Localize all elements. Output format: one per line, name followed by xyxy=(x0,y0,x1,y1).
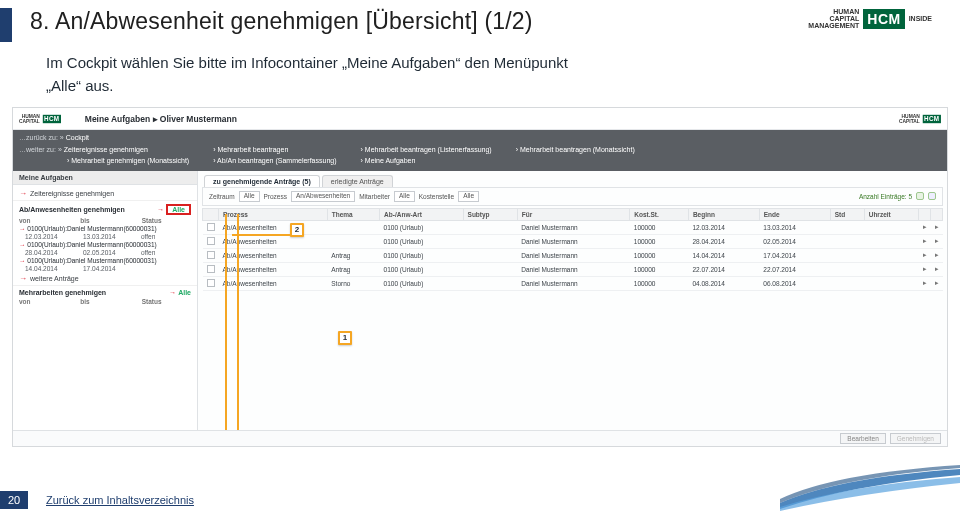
request-table: ProzessThemaAb-/Anw-ArtSubtypFürKost.St.… xyxy=(202,208,943,291)
hcm-logo: HUMAN CAPITAL MANAGEMENT HCM INSIDE xyxy=(808,8,932,29)
arrow-icon: → xyxy=(19,274,27,283)
btn-bearbeiten[interactable]: Bearbeiten xyxy=(840,433,885,444)
annotation-line-2c xyxy=(232,234,290,236)
sidebar-mehr-alle[interactable]: Alle xyxy=(178,289,191,296)
row-action-icon[interactable]: ▸ xyxy=(919,248,931,262)
sidebar-link-weitere-label: weitere Anträge xyxy=(30,275,79,282)
row-action-icon[interactable]: ▸ xyxy=(919,234,931,248)
sidebar-item-dates: 14.04.201417.04.2014 xyxy=(13,265,197,272)
nav-zeitereignisse[interactable]: Zeitereignisse genehmigen xyxy=(64,146,148,153)
nav-mehr-monats2[interactable]: Mehrarbeit beantragen (Monatssicht) xyxy=(520,146,635,153)
row-action-icon[interactable]: ▸ xyxy=(919,276,931,290)
table-row[interactable]: Ab/AnwesenheitenAntrag0100 (Urlaub)Danie… xyxy=(203,248,943,262)
table-row[interactable]: Ab/Anwesenheiten0100 (Urlaub)Daniel Must… xyxy=(203,220,943,234)
annotation-line-2b xyxy=(237,214,239,448)
nav-mehr-liste[interactable]: Mehrarbeit beantragen (Listenerfassung) xyxy=(365,146,492,153)
nav-aban-sammel[interactable]: Ab/An beantragen (Sammelerfassung) xyxy=(217,157,336,164)
row-checkbox[interactable] xyxy=(207,237,215,245)
app-logo-r1: HUMAN xyxy=(899,114,920,119)
back-to-toc-link[interactable]: Zurück zum Inhaltsverzeichnis xyxy=(46,494,194,506)
sidebar-section-aban-label: Ab/Anwesenheiten genehmigen xyxy=(19,206,125,213)
app-footer: Bearbeiten Genehmigen xyxy=(13,430,947,446)
table-row[interactable]: Ab/AnwesenheitenStorno0100 (Urlaub)Danie… xyxy=(203,276,943,290)
app-logo-rbox: HCM xyxy=(923,114,941,122)
logo-line1: HUMAN xyxy=(808,8,859,15)
app-screenshot: HUMAN CAPITAL HCM Meine Aufgaben ▸ Olive… xyxy=(12,107,948,447)
content-area: zu genehmigende Anträge (5) erledigte An… xyxy=(198,171,947,443)
col-von2: von xyxy=(19,298,68,305)
app-logo-lbox: HCM xyxy=(43,114,61,122)
filter-mitarbeiter[interactable]: Alle xyxy=(394,191,415,202)
filter-kst-label: Kostenstelle xyxy=(419,193,454,200)
nav-back-label: …zurück zu: » xyxy=(19,134,64,141)
table-header[interactable]: Subtyp xyxy=(463,208,517,220)
filter-kst[interactable]: Alle xyxy=(458,191,479,202)
app-top-bar: HUMAN CAPITAL HCM Meine Aufgaben ▸ Olive… xyxy=(13,108,947,130)
arrow-icon: → xyxy=(169,289,176,296)
page-number: 20 xyxy=(0,491,28,509)
filter-row: Zeitraum Alle Prozess An/Abwesenheiten M… xyxy=(202,187,943,206)
sidebar-item-dates: 28.04.201402.05.2014offen xyxy=(13,249,197,256)
sidebar-link-weitere[interactable]: →weitere Anträge xyxy=(13,272,197,285)
tab-pending[interactable]: zu genehmigende Anträge (5) xyxy=(204,175,320,187)
table-header[interactable]: Uhrzeit xyxy=(864,208,918,220)
nav-mehr-monats[interactable]: Mehrarbeit genehmigen (Monatssicht) xyxy=(71,157,189,164)
body-line1: Im Cockpit wählen Sie bitte im Infoconta… xyxy=(46,52,914,75)
nav-cockpit[interactable]: Cockpit xyxy=(66,134,89,141)
sidebar-alle-button[interactable]: Alle xyxy=(166,204,191,215)
row-checkbox[interactable] xyxy=(207,223,215,231)
table-header[interactable]: Prozess xyxy=(219,208,328,220)
filter-prozess[interactable]: An/Abwesenheiten xyxy=(291,191,355,202)
sidebar-item[interactable]: → 0100(Urlaub):Daniel Mustermann(6000003… xyxy=(13,240,197,249)
table-row[interactable]: Ab/AnwesenheitenAntrag0100 (Urlaub)Danie… xyxy=(203,262,943,276)
nav-meine-aufgaben[interactable]: Meine Aufgaben xyxy=(365,157,416,164)
sidebar-link-zeitereignisse-label: Zeitereignisse genehmigen xyxy=(30,190,114,197)
table-header[interactable]: Thema xyxy=(327,208,379,220)
app-logo-left: HUMAN CAPITAL HCM xyxy=(19,114,61,124)
logo-line3: MANAGEMENT xyxy=(808,22,859,29)
row-action-icon[interactable]: ▸ xyxy=(919,262,931,276)
sidebar-link-zeitereignisse[interactable]: →Zeitereignisse genehmigen xyxy=(13,187,197,200)
accent-bar xyxy=(0,8,12,42)
sidebar-item[interactable]: → 0100(Urlaub):Daniel Mustermann(6000003… xyxy=(13,256,197,265)
table-header[interactable]: Beginn xyxy=(688,208,759,220)
col-status2: Status xyxy=(142,298,191,305)
annotation-2: 2 xyxy=(290,223,304,237)
sidebar-columns: von bis Status xyxy=(13,217,197,224)
col-von: von xyxy=(19,217,68,224)
logo-line2: CAPITAL xyxy=(808,15,859,22)
row-action-icon[interactable]: ▸ xyxy=(931,248,943,262)
row-checkbox[interactable] xyxy=(207,279,215,287)
row-action-icon[interactable]: ▸ xyxy=(931,234,943,248)
table-header[interactable]: Kost.St. xyxy=(630,208,689,220)
tab-done[interactable]: erledigte Anträge xyxy=(322,175,393,187)
app-logo-l2: CAPITAL xyxy=(19,119,40,124)
col-bis: bis xyxy=(80,217,129,224)
btn-genehmigen[interactable]: Genehmigen xyxy=(890,433,941,444)
arrow-icon: → xyxy=(19,189,27,198)
app-top-left: HUMAN CAPITAL HCM Meine Aufgaben ▸ Olive… xyxy=(19,112,237,126)
sidebar-item[interactable]: → 0100(Urlaub):Daniel Mustermann(6000003… xyxy=(13,224,197,233)
table-header[interactable] xyxy=(931,208,943,220)
row-checkbox[interactable] xyxy=(207,251,215,259)
row-action-icon[interactable]: ▸ xyxy=(919,220,931,234)
filter-zeitraum[interactable]: Alle xyxy=(239,191,260,202)
row-checkbox[interactable] xyxy=(207,265,215,273)
refresh-icon[interactable] xyxy=(916,192,924,200)
table-header[interactable] xyxy=(919,208,931,220)
row-action-icon[interactable]: ▸ xyxy=(931,262,943,276)
sidebar-section-mehr: Mehrarbeiten genehmigen → Alle xyxy=(13,285,197,298)
table-header[interactable] xyxy=(203,208,219,220)
nav-mehr-beantragen[interactable]: Mehrarbeit beantragen xyxy=(217,146,288,153)
settings-icon[interactable] xyxy=(928,192,936,200)
app-logo-l1: HUMAN xyxy=(19,114,40,119)
table-header[interactable]: Ab-/Anw-Art xyxy=(380,208,463,220)
row-action-icon[interactable]: ▸ xyxy=(931,276,943,290)
table-header[interactable]: Für xyxy=(517,208,629,220)
body-line2: „Alle“ aus. xyxy=(46,75,914,98)
row-action-icon[interactable]: ▸ xyxy=(931,220,943,234)
entry-count: Anzahl Einträge: 5 xyxy=(859,193,912,200)
table-header[interactable]: Std xyxy=(830,208,864,220)
table-row[interactable]: Ab/Anwesenheiten0100 (Urlaub)Daniel Must… xyxy=(203,234,943,248)
table-header[interactable]: Ende xyxy=(759,208,830,220)
